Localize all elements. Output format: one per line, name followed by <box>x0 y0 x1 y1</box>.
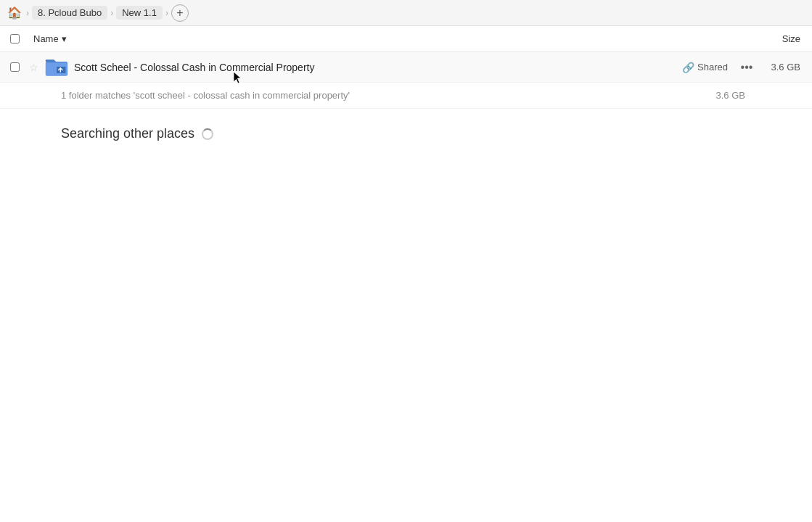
breadcrumb-separator-2: › <box>110 8 113 18</box>
home-button[interactable]: 🏠 <box>6 4 23 22</box>
select-all-checkbox-container[interactable] <box>6 30 23 48</box>
file-checkbox[interactable] <box>10 62 20 72</box>
match-count-text: 1 folder matches 'scott scheel - colossa… <box>61 90 716 101</box>
add-tab-button[interactable]: + <box>171 4 189 22</box>
folder-icon <box>45 56 68 79</box>
searching-section: Searching other places <box>0 109 812 159</box>
file-checkbox-container[interactable] <box>6 59 23 76</box>
name-column-header[interactable]: Name ▾ <box>29 32 71 46</box>
file-name[interactable]: Scott Scheel - Colossal Cash in Commerci… <box>74 62 682 73</box>
breadcrumb-bar: 🏠 › 8. Pcloud Bubo › New 1.1 › + <box>0 0 812 26</box>
match-count-row: 1 folder matches 'scott scheel - colossa… <box>0 83 812 109</box>
shared-badge[interactable]: 🔗 Shared <box>682 62 728 73</box>
column-header: Name ▾ Size <box>0 26 812 52</box>
link-icon: 🔗 <box>682 62 694 73</box>
searching-text: Searching other places <box>61 126 194 141</box>
breadcrumb-separator-3: › <box>165 8 168 18</box>
breadcrumb-new-1-1[interactable]: New 1.1 <box>116 6 163 20</box>
svg-rect-2 <box>57 67 65 73</box>
searching-spinner <box>202 128 213 140</box>
sort-icon: ▾ <box>62 33 67 44</box>
select-all-checkbox[interactable] <box>10 34 20 44</box>
breadcrumb-separator-1: › <box>26 8 29 18</box>
file-star-button[interactable]: ☆ <box>26 60 41 75</box>
name-column-label: Name <box>33 33 59 44</box>
shared-label: Shared <box>697 62 728 72</box>
breadcrumb-pcloud-bubo[interactable]: 8. Pcloud Bubo <box>32 6 107 20</box>
more-options-button[interactable]: ••• <box>737 57 757 78</box>
file-size: 3.6 GB <box>763 62 806 72</box>
file-row: ☆ Scott Scheel - Colossal Cash in Commer… <box>0 52 812 83</box>
more-icon: ••• <box>741 61 753 74</box>
size-column-header: Size <box>782 33 806 44</box>
match-count-size: 3.6 GB <box>716 90 751 101</box>
